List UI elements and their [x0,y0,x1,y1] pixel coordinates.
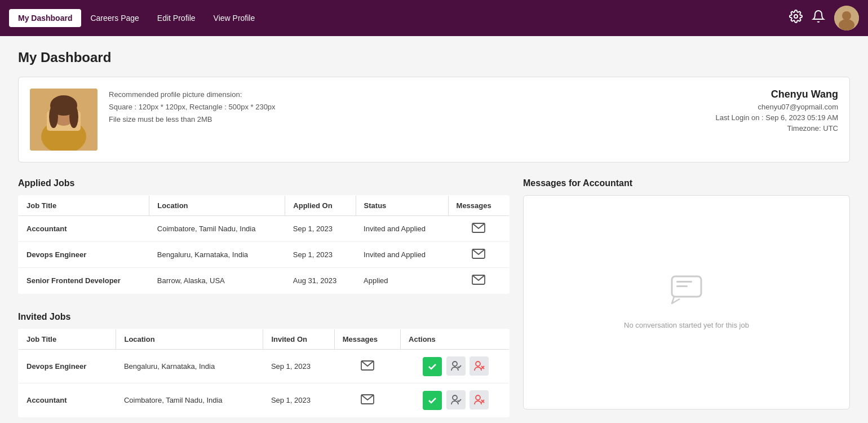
invited-col-invited-on: Invited On [263,329,334,350]
messages-cell[interactable] [448,242,509,268]
actions-cell [401,350,510,384]
applied-on-cell: Sep 1, 2023 [285,242,356,268]
location-cell: Coimbatore, Tamil Nadu, India [116,384,263,417]
profile-timezone: Timezone: UTC [715,124,838,133]
messages-cell[interactable] [448,216,509,242]
svg-point-16 [453,362,457,366]
profile-image[interactable] [30,89,98,151]
messages-panel: No conversation started yet for this job [523,195,850,409]
applied-jobs-section: Applied Jobs Job Title Location Applied … [18,178,510,294]
mail-icon[interactable] [361,364,374,372]
svg-rect-26 [676,281,692,283]
messages-cell[interactable] [334,384,400,417]
page-title: My Dashboard [18,50,850,65]
location-cell: Bengaluru, Karnataka, India [116,350,263,384]
job-title-cell: Senior Frontend Developer [19,268,149,294]
mail-icon[interactable] [472,226,485,235]
mail-icon[interactable] [361,398,374,406]
table-row: Senior Frontend Developer Barrow, Alaska… [19,268,510,294]
location-cell: Coimbatore, Tamil Nadu, India [149,216,285,242]
nav-view-profile[interactable]: View Profile [205,9,264,27]
status-cell: Invited and Applied [356,242,448,268]
svg-point-2 [842,11,851,20]
accept-button[interactable] [423,357,442,376]
settings-icon[interactable] [789,10,803,27]
applied-jobs-table: Job Title Location Applied On Status Mes… [18,195,510,294]
svg-point-10 [49,105,58,128]
nav-edit-profile[interactable]: Edit Profile [148,9,205,27]
messages-empty-state: No conversation started yet for this job [613,241,760,363]
table-row: Devops Engineer Bengaluru, Karnataka, In… [19,242,510,268]
avatar[interactable] [834,6,859,30]
header-nav: My Dashboard Careers Page Edit Profile V… [9,9,789,27]
profile-info: Recommended profile picture dimension: S… [98,89,715,126]
right-column: Messages for Accountant No conversation … [523,178,850,409]
applied-col-messages: Messages [448,196,509,216]
svg-point-0 [794,15,798,18]
svg-point-11 [69,105,78,128]
profile-hint-line3: File size must be less than 2MB [109,113,715,126]
applied-col-applied-on: Applied On [285,196,356,216]
applied-col-job-title: Job Title [19,196,149,216]
applied-on-cell: Aug 31, 2023 [285,268,356,294]
svg-point-21 [453,395,457,400]
invited-on-cell: Sep 1, 2023 [263,384,334,417]
messages-cell[interactable] [448,268,509,294]
location-cell: Bengaluru, Karnataka, India [149,242,285,268]
invited-on-cell: Sep 1, 2023 [263,350,334,384]
mail-icon[interactable] [472,278,485,287]
table-row: Devops Engineer Bengaluru, Karnataka, In… [19,350,510,384]
applied-jobs-title: Applied Jobs [18,178,510,188]
invited-jobs-section: Invited Jobs Job Title Location Invited … [18,312,510,417]
person-check-button[interactable] [446,356,466,376]
job-title-cell: Accountant [19,216,149,242]
applied-on-cell: Sep 1, 2023 [285,216,356,242]
invited-jobs-table: Job Title Location Invited On Messages A… [18,329,510,417]
person-x-button[interactable] [470,390,489,409]
nav-careers-page[interactable]: Careers Page [81,9,148,27]
status-cell: Applied [356,268,448,294]
job-title-cell: Accountant [19,384,116,417]
profile-email: chenyu07@yopmail.com [715,103,838,111]
profile-last-login: Last Login on : Sep 6, 2023 05:19 AM [715,113,838,122]
mail-icon[interactable] [472,252,485,261]
svg-point-22 [476,395,480,400]
table-row: Accountant Coimbatore, Tamil Nadu, India… [19,216,510,242]
main-content: My Dashboard Recommended profile picture… [0,36,868,423]
chat-bubble-icon [670,275,703,312]
accept-button[interactable] [423,391,442,410]
svg-point-3 [839,19,854,30]
person-check-button[interactable] [446,390,466,409]
two-col-layout: Applied Jobs Job Title Location Applied … [18,178,850,417]
svg-point-17 [476,362,480,366]
profile-card: Recommended profile picture dimension: S… [18,77,850,162]
svg-rect-27 [676,285,688,287]
invited-col-messages: Messages [334,329,400,350]
header-actions [789,6,859,30]
messages-panel-title: Messages for Accountant [523,178,850,188]
no-conversation-text: No conversation started yet for this job [624,321,749,329]
applied-col-location: Location [149,196,285,216]
job-title-cell: Devops Engineer [19,350,116,384]
profile-hint-line1: Recommended profile picture dimension: [109,89,715,101]
profile-user-info: Chenyu Wang chenyu07@yopmail.com Last Lo… [715,89,838,133]
messages-cell[interactable] [334,350,400,384]
invited-col-location: Location [116,329,263,350]
table-row: Accountant Coimbatore, Tamil Nadu, India… [19,384,510,417]
invited-col-job-title: Job Title [19,329,116,350]
location-cell: Barrow, Alaska, USA [149,268,285,294]
invited-col-actions: Actions [401,329,510,350]
profile-hint-line2: Square : 120px * 120px, Rectangle : 500p… [109,101,715,113]
actions-cell [401,384,510,417]
person-x-button[interactable] [470,356,489,376]
left-column: Applied Jobs Job Title Location Applied … [18,178,510,417]
header: My Dashboard Careers Page Edit Profile V… [0,0,868,36]
status-cell: Invited and Applied [356,216,448,242]
nav-my-dashboard[interactable]: My Dashboard [9,9,81,27]
invited-jobs-title: Invited Jobs [18,312,510,322]
job-title-cell: Devops Engineer [19,242,149,268]
profile-username: Chenyu Wang [715,89,838,100]
applied-col-status: Status [356,196,448,216]
notification-icon[interactable] [812,10,825,27]
